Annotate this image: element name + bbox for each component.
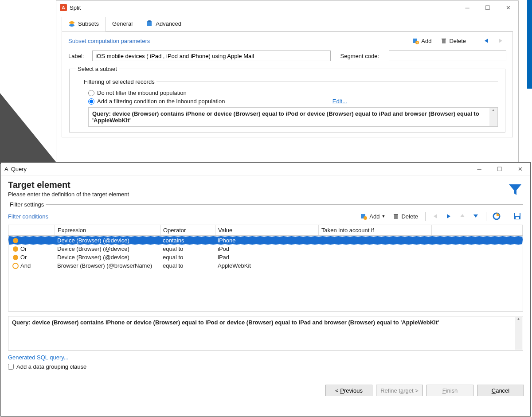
refine-button[interactable]: Refine target > [376,385,423,396]
condition-row[interactable]: AndBrowser (Browser) (@browserName)equal… [8,261,523,270]
blue-stripe [527,0,532,89]
distribution-button[interactable] [491,211,502,221]
delete-subset-button[interactable]: Delete [438,36,469,45]
maximize-button[interactable]: ☐ [477,1,498,14]
query-window: A Query ─ ☐ ✕ Target element Please ente… [0,162,531,417]
finish-button[interactable]: Finish [426,385,473,396]
svg-rect-15 [515,213,520,216]
edit-link[interactable]: Edit... [332,98,498,105]
expression-cell: Device (Browser) (@device) [55,254,161,261]
move-down-button[interactable] [470,211,481,221]
move-up-button[interactable] [457,211,468,221]
radio-no-filter[interactable] [88,90,94,96]
value-cell: iPhone [216,237,319,244]
separator [425,212,426,221]
add-icon: + [412,37,419,44]
add-subset-button[interactable]: + Add [410,36,434,45]
expression-cell: Device (Browser) (@device) [55,246,161,252]
cancel-button[interactable]: Cancel [477,385,524,396]
delete-condition-button[interactable]: Delete [390,212,421,221]
grouping-checkbox[interactable] [8,364,14,370]
nav-right-button[interactable] [443,211,455,221]
query-summary-text: Query: device (Browser) contains iPhone … [12,319,439,326]
segment-code-input[interactable] [389,51,506,61]
dialog-buttons: < Previous Refine target > Finish Cancel [1,380,530,401]
svg-rect-12 [394,214,398,215]
operator-cell: equal to [161,254,216,261]
grid-body: Device (Browser) (@device)containsiPhone… [8,236,523,311]
svg-point-17 [13,238,18,243]
close-button[interactable]: ✕ [498,1,518,14]
maximize-button[interactable]: ☐ [489,163,510,175]
grouping-clause-row[interactable]: Add a data grouping clause [8,363,523,370]
filter-settings-legend: Filter settings [8,201,46,208]
arrow-right-icon [445,213,453,219]
radio-filter-row[interactable]: Add a filtering condition on the inbound… [88,98,498,105]
add-subset-label: Add [421,38,431,44]
value-cell: iPad [216,254,319,261]
tab-general[interactable]: General [106,17,139,31]
col-expression[interactable]: Expression [55,225,160,235]
add-condition-button[interactable]: Add ▼ [358,212,388,221]
label-row: Label: Segment code: [68,51,506,61]
condition-row[interactable]: OrDevice (Browser) (@device)equal toiPod [8,245,523,253]
value-cell: iPod [216,246,319,252]
radio-filter[interactable] [88,98,94,105]
pie-chart-icon [493,212,501,220]
expression-cell: Device (Browser) (@device) [55,237,161,244]
operator-cell: equal to [161,246,216,252]
col-value[interactable]: Value [215,225,319,235]
split-titlebar: A Split ─ ☐ ✕ [56,1,518,14]
tab-subsets[interactable]: Subsets [62,17,106,31]
operator-cell: contains [161,237,216,244]
label-input[interactable] [92,51,330,61]
value-cell: AppleWebKit [216,262,319,269]
minimize-button[interactable]: ─ [469,163,489,175]
nav-left-button[interactable] [430,211,442,221]
col-operator[interactable]: Operator [160,225,215,235]
delete-condition-label: Delete [401,213,418,220]
subsets-icon [68,20,75,27]
arrow-down-icon [473,213,479,220]
radio-no-filter-row[interactable]: Do not filter the inbound population [88,90,498,96]
scrollbar[interactable] [515,317,522,350]
tab-general-label: General [112,20,133,27]
trash-icon [392,213,399,220]
grouping-label: Add a data grouping clause [16,363,86,370]
panel-title: Subset computation parameters [68,38,406,44]
delete-subset-label: Delete [449,38,466,44]
nav-back-button[interactable] [481,36,492,45]
tab-advanced[interactable]: Advanced [139,17,188,31]
query-subheading: Please enter the definition of the targe… [8,191,523,198]
condition-row[interactable]: OrDevice (Browser) (@device)equal toiPad [8,253,523,261]
condition-icon [12,246,19,252]
radio-filter-label: Add a filtering condition on the inbound… [97,98,225,105]
previous-button[interactable]: < Previous [325,385,372,396]
minimize-button[interactable]: ─ [457,1,477,14]
condition-row[interactable]: Device (Browser) (@device)containsiPhone [8,236,523,245]
col-logic[interactable] [8,225,55,235]
grid-header: Expression Operator Value Taken into acc… [8,225,523,236]
scrollbar[interactable] [489,108,497,126]
svg-rect-11 [394,215,398,219]
col-tail [432,225,523,235]
svg-rect-16 [516,217,519,219]
segment-code-label: Segment code: [340,53,385,59]
svg-point-1 [69,24,74,27]
clipboard-icon [146,20,153,27]
separator [475,36,475,45]
arrow-left-icon [483,38,491,44]
nav-forward-button[interactable] [496,36,506,45]
col-taken-into[interactable]: Taken into account if [319,225,432,235]
save-button[interactable] [512,211,523,221]
svg-rect-8 [442,39,446,39]
svg-point-19 [13,255,18,260]
conditions-grid: Expression Operator Value Taken into acc… [8,225,523,312]
close-button[interactable]: ✕ [510,163,530,175]
generated-sql-link[interactable]: Generated SQL query... [8,354,69,361]
logic-text: Or [20,254,27,261]
add-icon [360,213,368,220]
filter-conditions-toolbar: Filter conditions Add ▼ Delete [8,210,523,222]
filtering-fieldset: Filtering of selected records Do not fil… [82,78,498,127]
query-preview-text: Query: device (Browser) contains iPhone … [92,110,479,124]
